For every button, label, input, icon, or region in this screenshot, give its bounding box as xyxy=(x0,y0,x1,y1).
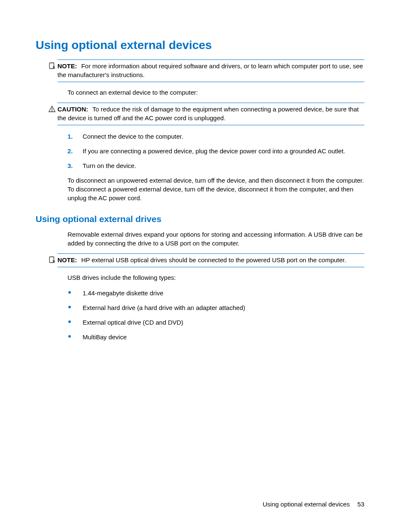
svg-point-2 xyxy=(52,111,52,111)
step-item: If you are connecting a powered device, … xyxy=(68,147,364,155)
page-title: Using optional external devices xyxy=(36,39,364,52)
caution-label: CAUTION: xyxy=(57,106,88,113)
caution-icon xyxy=(48,105,56,113)
note-text: HP external USB optical drives should be… xyxy=(81,256,346,263)
note-label: NOTE: xyxy=(57,256,77,263)
note-box-2: NOTE:HP external USB optical drives shou… xyxy=(57,253,364,267)
list-item: External hard drive (a hard drive with a… xyxy=(68,303,364,312)
step-item: Connect the device to the computer. xyxy=(68,132,364,141)
note-label: NOTE: xyxy=(57,62,77,70)
usb-intro: USB drives include the following types: xyxy=(68,273,364,282)
section-heading: Using optional external drives xyxy=(36,214,364,224)
intro-text-1: To connect an external device to the com… xyxy=(68,88,364,97)
disconnect-text: To disconnect an unpowered external devi… xyxy=(68,176,364,202)
caution-text: To reduce the risk of damage to the equi… xyxy=(57,106,359,121)
footer-page-number: 53 xyxy=(357,501,364,508)
bullet-list: 1.44-megabyte diskette drive External ha… xyxy=(68,289,364,341)
note-icon xyxy=(48,62,56,70)
drives-intro: Removable external drives expand your op… xyxy=(68,230,364,248)
caution-box: CAUTION:To reduce the risk of damage to … xyxy=(57,103,364,125)
note-text: For more information about required soft… xyxy=(57,62,363,78)
steps-list: Connect the device to the computer. If y… xyxy=(68,132,364,170)
footer-title: Using optional external devices xyxy=(263,501,350,508)
list-item: 1.44-megabyte diskette drive xyxy=(68,289,364,297)
list-item: MultiBay device xyxy=(68,333,364,341)
step-item: Turn on the device. xyxy=(68,161,364,170)
note-box-1: NOTE:For more information about required… xyxy=(57,59,364,82)
list-item: External optical drive (CD and DVD) xyxy=(68,318,364,327)
page-footer: Using optional external devices 53 xyxy=(263,501,364,508)
note-icon xyxy=(48,256,56,263)
